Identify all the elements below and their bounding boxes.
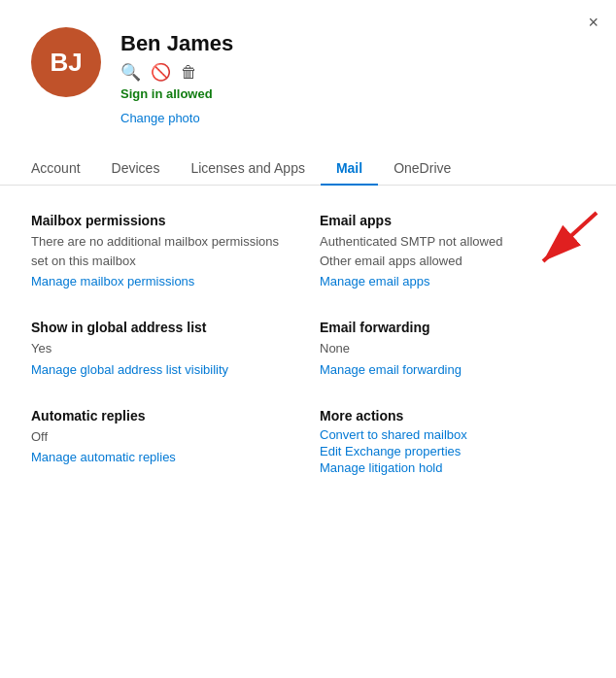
manage-litigation-hold-link[interactable]: Manage litigation hold xyxy=(320,460,585,475)
automatic-replies-text: Off xyxy=(31,427,296,447)
user-name: Ben James xyxy=(120,31,233,56)
mailbox-permissions-text: There are no additional mailbox permissi… xyxy=(31,232,296,270)
search-icon[interactable]: 🔍 xyxy=(120,62,141,83)
red-arrow xyxy=(490,203,606,290)
global-address-text: Yes xyxy=(31,339,296,358)
delete-icon[interactable]: 🗑 xyxy=(181,63,197,83)
automatic-replies-title: Automatic replies xyxy=(31,408,296,424)
mailbox-permissions-section: Mailbox permissions There are no additio… xyxy=(31,213,296,288)
tab-licenses[interactable]: Licenses and Apps xyxy=(175,153,321,186)
automatic-replies-section: Automatic replies Off Manage automatic r… xyxy=(31,408,296,475)
tab-account[interactable]: Account xyxy=(31,153,96,186)
mailbox-permissions-title: Mailbox permissions xyxy=(31,213,296,228)
email-forwarding-text: None xyxy=(320,339,585,358)
change-photo-link[interactable]: Change photo xyxy=(120,111,233,125)
action-icons: 🔍 🚫 🗑 xyxy=(120,62,233,83)
convert-shared-mailbox-link[interactable]: Convert to shared mailbox xyxy=(320,427,585,442)
global-address-section: Show in global address list Yes Manage g… xyxy=(31,320,296,377)
block-icon[interactable]: 🚫 xyxy=(151,62,171,83)
email-forwarding-section: Email forwarding None Manage email forwa… xyxy=(320,320,585,377)
tabs: Account Devices Licenses and Apps Mail O… xyxy=(0,153,616,186)
mail-content: Mailbox permissions There are no additio… xyxy=(0,186,616,502)
dialog: × BJ Ben James 🔍 🚫 🗑 Sign in allowed Cha… xyxy=(0,0,616,678)
manage-mailbox-permissions-link[interactable]: Manage mailbox permissions xyxy=(31,274,296,288)
tab-devices[interactable]: Devices xyxy=(96,153,176,186)
header-info: Ben James 🔍 🚫 🗑 Sign in allowed Change p… xyxy=(120,27,233,125)
tab-mail[interactable]: Mail xyxy=(321,153,378,186)
global-address-title: Show in global address list xyxy=(31,320,296,335)
more-actions-section: More actions Convert to shared mailbox E… xyxy=(320,408,585,475)
avatar-initials: BJ xyxy=(50,48,82,78)
edit-exchange-properties-link[interactable]: Edit Exchange properties xyxy=(320,444,585,458)
close-button[interactable]: × xyxy=(588,14,599,31)
svg-line-1 xyxy=(543,213,597,261)
email-forwarding-title: Email forwarding xyxy=(320,320,585,335)
avatar: BJ xyxy=(31,27,101,97)
manage-email-forwarding-link[interactable]: Manage email forwarding xyxy=(320,362,585,377)
more-actions-title: More actions xyxy=(320,408,585,424)
manage-global-address-link[interactable]: Manage global address list visibility xyxy=(31,362,296,377)
header: BJ Ben James 🔍 🚫 🗑 Sign in allowed Chang… xyxy=(0,0,616,125)
tab-onedrive[interactable]: OneDrive xyxy=(378,153,466,186)
sign-in-status: Sign in allowed xyxy=(120,86,233,101)
manage-automatic-replies-link[interactable]: Manage automatic replies xyxy=(31,450,296,464)
